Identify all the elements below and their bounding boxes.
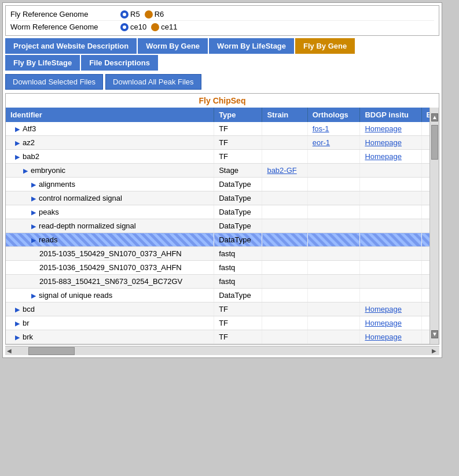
worm-genome-row: Worm Reference Genome ce10 ce11 (10, 21, 434, 33)
fly-r6-label: R6 (155, 10, 164, 19)
tree-arrow-icon[interactable]: ▶ (31, 223, 38, 230)
worm-radio-group: ce10 ce11 (120, 23, 177, 31)
download-all-button[interactable]: Download All Peak Files (105, 74, 201, 90)
bottom-scrollbar[interactable]: ◀ ▶ (5, 346, 439, 355)
worm-ce11-option[interactable]: ce11 (151, 23, 177, 31)
fly-radio-group: R5 R6 (120, 10, 164, 19)
strain-cell (262, 122, 307, 136)
tab-worm-lifestage[interactable]: Worm By LifeStage (209, 38, 294, 54)
tree-arrow-icon[interactable]: ▶ (15, 306, 21, 313)
strain-cell (262, 247, 307, 261)
worm-ce11-radio[interactable] (151, 23, 159, 31)
tree-arrow-icon[interactable]: ▶ (15, 139, 21, 146)
orthologs-cell (307, 164, 360, 178)
type-cell: DataType (214, 289, 262, 302)
identifier-text: peaks (39, 208, 59, 216)
bdgp-link[interactable]: Homepage (365, 138, 402, 147)
table-header-row: Identifier Type Strain Orthologs BDGP in… (6, 108, 439, 122)
bdgp-link[interactable]: Homepage (365, 319, 402, 327)
bdgp-link[interactable]: Homepage (365, 124, 402, 133)
table-row: ▶ brkTFHomepage (6, 330, 439, 344)
scroll-right-arrow[interactable]: ▶ (430, 348, 438, 354)
col-type: Type (214, 108, 262, 122)
type-cell: DataType (214, 233, 262, 247)
bdgp-cell (360, 233, 421, 247)
bdgp-cell: Homepage (360, 330, 421, 344)
table-row: ▶ alignmentsDataType (6, 178, 439, 191)
tree-arrow-icon[interactable]: ▶ (15, 126, 21, 132)
type-cell: TF (214, 136, 262, 150)
strain-cell (262, 289, 307, 302)
tree-arrow-icon[interactable]: ▶ (31, 195, 38, 202)
bdgp-cell: Homepage (360, 302, 421, 316)
table-row: ▶ bcdTFHomepage (6, 302, 439, 316)
bdgp-link[interactable]: Homepage (365, 333, 402, 341)
tree-arrow-icon[interactable]: ▶ (31, 292, 38, 299)
identifier-text: read-depth normalized signal (39, 222, 136, 230)
identifier-text: 2015-1035_150429_SN1070_0373_AHFN (39, 249, 182, 258)
col-identifier: Identifier (6, 108, 214, 122)
strain-cell: bab2-GF (262, 164, 307, 178)
orthologs-link[interactable]: fos-1 (313, 124, 329, 133)
type-cell: DataType (214, 191, 262, 205)
tab-file-desc[interactable]: File Descriptions (81, 55, 158, 71)
bdgp-link[interactable]: Homepage (365, 305, 402, 313)
table-row: ▶ Atf3TFfos-1Homepage (6, 122, 439, 136)
strain-cell (262, 330, 307, 344)
strain-link[interactable]: bab2-GF (267, 166, 296, 175)
type-cell: DataType (214, 219, 262, 233)
tab-project[interactable]: Project and Website Description (5, 38, 137, 54)
tab-fly-gene[interactable]: Fly By Gene (295, 38, 355, 54)
strain-cell (262, 275, 307, 289)
orthologs-cell (307, 316, 360, 330)
tree-arrow-icon[interactable]: ▶ (15, 153, 21, 160)
orthologs-cell (307, 178, 360, 191)
orthologs-link[interactable]: eor-1 (313, 138, 330, 147)
scroll-thumb[interactable] (431, 125, 438, 160)
tree-arrow-icon[interactable]: ▶ (31, 237, 38, 243)
worm-ce10-label: ce10 (130, 23, 146, 31)
tree-arrow-icon[interactable]: ▶ (31, 209, 38, 216)
tab-fly-lifestage[interactable]: Fly By LifeStage (5, 55, 80, 71)
strain-cell (262, 302, 307, 316)
strain-cell (262, 205, 307, 219)
tree-arrow-icon[interactable]: ▶ (31, 181, 38, 188)
table-row: 2015-1035_150429_SN1070_0373_AHFNfastq (6, 247, 439, 261)
orthologs-cell (307, 150, 360, 164)
identifier-text: signal of unique reads (39, 291, 112, 300)
horizontal-scroll-thumb[interactable] (28, 347, 75, 355)
nav-tabs-row2: Fly By LifeStage File Descriptions (5, 55, 439, 71)
table-row: ▶ readsDataType (6, 233, 439, 247)
tree-arrow-icon[interactable]: ▶ (15, 334, 21, 341)
bdgp-cell: Homepage (360, 150, 421, 164)
orthologs-cell (307, 205, 360, 219)
identifier-text: Atf3 (23, 124, 36, 133)
fly-r5-radio[interactable] (120, 10, 128, 19)
scroll-left-arrow[interactable]: ◀ (5, 348, 13, 354)
fly-r6-radio[interactable] (145, 10, 153, 19)
table-row: ▶ embryonicStagebab2-GF (6, 164, 439, 178)
fly-genome-label: Fly Reference Genome (10, 10, 120, 19)
scroll-up-arrow[interactable]: ▲ (431, 113, 438, 121)
table-row: 2015-1036_150429_SN1070_0373_AHFNfastq (6, 261, 439, 275)
tab-worm-gene[interactable]: Worm By Gene (138, 38, 208, 54)
worm-ce10-option[interactable]: ce10 (120, 23, 146, 31)
bdgp-cell (360, 247, 421, 261)
strain-cell (262, 191, 307, 205)
bdgp-link[interactable]: Homepage (365, 152, 402, 161)
type-cell: TF (214, 330, 262, 344)
fly-r6-option[interactable]: R6 (145, 10, 164, 19)
table-title: Fly ChipSeq (6, 94, 439, 108)
table-row: ▶ peaksDataType (6, 205, 439, 219)
download-selected-button[interactable]: Download Selected Files (5, 74, 103, 90)
orthologs-cell: eor-1 (307, 136, 360, 150)
fly-r5-label: R5 (130, 10, 140, 19)
tree-arrow-icon[interactable]: ▶ (15, 320, 21, 327)
type-cell: Stage (214, 164, 262, 178)
tree-arrow-icon[interactable]: ▶ (23, 167, 30, 174)
orthologs-cell: fos-1 (307, 122, 360, 136)
worm-ce10-radio[interactable] (120, 23, 128, 31)
scroll-down-arrow[interactable]: ▼ (431, 330, 438, 338)
fly-r5-option[interactable]: R5 (120, 10, 140, 19)
vertical-scrollbar[interactable]: ▲ ▼ (429, 108, 439, 344)
